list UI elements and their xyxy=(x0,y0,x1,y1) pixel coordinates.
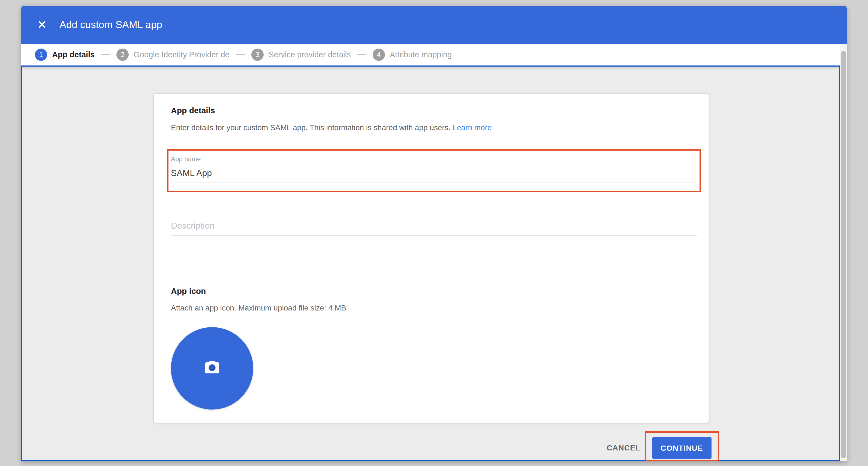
dialog-header: ✕ Add custom SAML app xyxy=(21,6,847,43)
section-description-text: Enter details for your custom SAML app. … xyxy=(171,123,451,132)
app-icon-title: App icon xyxy=(171,287,206,296)
dialog-body: App details Enter details for your custo… xyxy=(21,65,840,461)
step-4-badge: 4 xyxy=(373,49,385,61)
step-3-label: Service provider details xyxy=(269,50,350,59)
camera-icon xyxy=(203,360,221,377)
app-name-label: App name xyxy=(171,155,200,163)
app-details-card: App details Enter details for your custo… xyxy=(153,93,709,423)
step-1-badge: 1 xyxy=(35,49,47,61)
step-separator xyxy=(358,54,366,55)
app-icon-upload-button[interactable] xyxy=(171,327,253,410)
add-custom-saml-app-dialog: ✕ Add custom SAML app 1 App details 2 Go… xyxy=(21,6,847,461)
close-icon[interactable]: ✕ xyxy=(35,18,49,32)
section-description: Enter details for your custom SAML app. … xyxy=(171,123,492,132)
app-icon-help-text: Attach an app icon. Maximum upload file … xyxy=(171,304,346,312)
description-input[interactable] xyxy=(171,221,697,236)
step-app-details: 1 App details xyxy=(35,49,95,61)
step-2-label: Google Identity Provider details xyxy=(133,50,229,59)
step-2-badge: 2 xyxy=(116,49,129,61)
scrollbar-thumb[interactable] xyxy=(841,51,846,458)
learn-more-link[interactable]: Learn more xyxy=(453,123,492,132)
cancel-button[interactable]: CANCEL xyxy=(602,439,645,457)
step-4-label: Attribute mapping xyxy=(390,50,452,59)
step-separator xyxy=(236,54,245,55)
dialog-title: Add custom SAML app xyxy=(59,19,162,31)
step-separator xyxy=(101,54,110,55)
section-title: App details xyxy=(171,106,215,115)
step-google-idp-details: 2 Google Identity Provider details xyxy=(116,49,229,61)
step-service-provider-details: 3 Service provider details xyxy=(251,49,350,61)
vertical-scrollbar[interactable] xyxy=(840,43,847,461)
step-attribute-mapping: 4 Attribute mapping xyxy=(373,49,452,61)
step-1-label: App details xyxy=(52,50,95,59)
wizard-stepper: 1 App details 2 Google Identity Provider… xyxy=(21,43,840,66)
step-3-badge: 3 xyxy=(251,49,264,61)
app-name-input[interactable] xyxy=(171,168,697,183)
continue-button[interactable]: CONTINUE xyxy=(652,437,712,459)
